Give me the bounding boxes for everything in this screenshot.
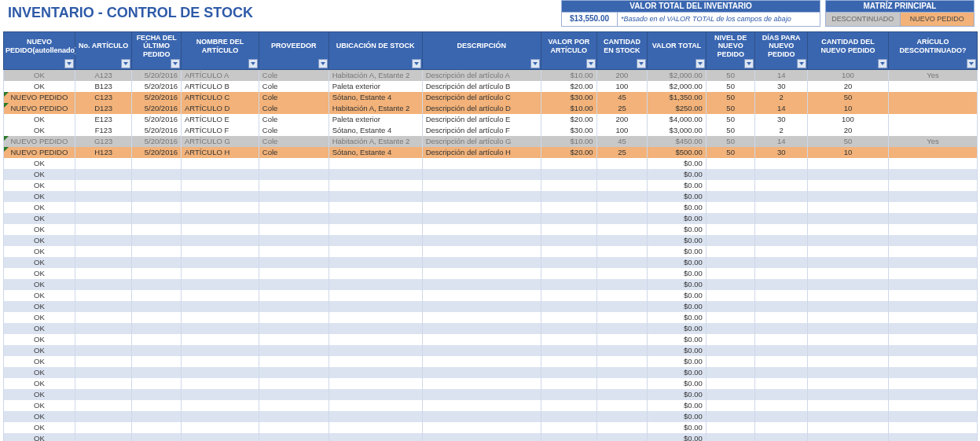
cell-reorder-qty[interactable] [807, 378, 888, 389]
cell-vendor[interactable]: Cole [259, 147, 329, 158]
cell-location[interactable] [329, 433, 422, 441]
cell-date[interactable] [132, 312, 182, 323]
table-row[interactable]: OK$0.00 [4, 312, 978, 323]
cell-location[interactable]: Habitación A, Estante 2 [329, 103, 422, 114]
cell-unit-cost[interactable] [541, 301, 597, 312]
cell-reorder-level[interactable]: 50 [706, 136, 755, 147]
table-row[interactable]: OK$0.00 [4, 191, 978, 202]
cell-reorder-qty[interactable] [807, 169, 888, 180]
cell-total[interactable]: $0.00 [648, 356, 707, 367]
cell-reorder-qty[interactable]: 10 [807, 103, 888, 114]
cell-desc[interactable]: Descripción del artículo D [422, 103, 541, 114]
cell-desc[interactable] [422, 213, 541, 224]
table-row[interactable]: OK$0.00 [4, 279, 978, 290]
cell-reorder-qty[interactable] [807, 180, 888, 191]
cell-name[interactable] [181, 202, 259, 213]
cell-total[interactable]: $1,350.00 [648, 92, 707, 103]
table-row[interactable]: OK$0.00 [4, 180, 978, 191]
cell-days[interactable] [755, 367, 808, 378]
cell-unit-cost[interactable] [541, 389, 597, 400]
cell-name[interactable]: ARTÍCULO F [181, 125, 259, 136]
cell-item-no[interactable]: G123 [75, 136, 132, 147]
cell-vendor[interactable] [259, 180, 329, 191]
cell-item-no[interactable] [75, 312, 132, 323]
cell-discontinued[interactable] [888, 224, 977, 235]
cell-total[interactable]: $0.00 [648, 389, 707, 400]
cell-reorder-level[interactable] [706, 312, 755, 323]
cell-date[interactable] [132, 257, 182, 268]
cell-item-no[interactable] [75, 345, 132, 356]
table-row[interactable]: OKA1235/20/2016ARTÍCULO AColeHabitación … [4, 70, 978, 81]
cell-status[interactable]: OK [4, 334, 75, 345]
cell-total[interactable]: $0.00 [648, 323, 707, 334]
cell-status[interactable]: OK [4, 191, 75, 202]
cell-date[interactable] [132, 279, 182, 290]
cell-qty[interactable]: 100 [596, 125, 648, 136]
cell-reorder-level[interactable] [706, 323, 755, 334]
cell-reorder-level[interactable] [706, 235, 755, 246]
cell-reorder-qty[interactable] [807, 290, 888, 301]
cell-qty[interactable]: 200 [596, 114, 648, 125]
cell-days[interactable] [755, 202, 808, 213]
cell-qty[interactable] [596, 312, 648, 323]
cell-reorder-level[interactable] [706, 290, 755, 301]
cell-location[interactable] [329, 389, 422, 400]
cell-desc[interactable] [422, 367, 541, 378]
table-row[interactable]: OK$0.00 [4, 224, 978, 235]
column-header[interactable]: VALOR POR ARTÍCULO [541, 32, 597, 70]
cell-days[interactable] [755, 345, 808, 356]
cell-name[interactable]: ARTÍCULO A [181, 70, 259, 81]
cell-reorder-level[interactable] [706, 378, 755, 389]
cell-item-no[interactable]: F123 [75, 125, 132, 136]
cell-date[interactable] [132, 180, 182, 191]
cell-location[interactable] [329, 202, 422, 213]
cell-name[interactable] [181, 422, 259, 433]
cell-location[interactable] [329, 257, 422, 268]
cell-reorder-level[interactable] [706, 180, 755, 191]
cell-unit-cost[interactable] [541, 312, 597, 323]
table-row[interactable]: OK$0.00 [4, 411, 978, 422]
cell-status[interactable]: OK [4, 158, 75, 169]
cell-discontinued[interactable] [888, 400, 977, 411]
cell-qty[interactable] [596, 246, 648, 257]
filter-dropdown-icon[interactable] [171, 59, 180, 68]
cell-vendor[interactable]: Cole [259, 70, 329, 81]
cell-reorder-level[interactable] [706, 356, 755, 367]
cell-status[interactable]: OK [4, 312, 75, 323]
cell-total[interactable]: $0.00 [648, 411, 707, 422]
cell-status[interactable]: OK [4, 378, 75, 389]
column-header[interactable]: PROVEEDOR [259, 32, 329, 70]
cell-name[interactable]: ARTÍCULO B [181, 81, 259, 92]
cell-item-no[interactable]: E123 [75, 114, 132, 125]
cell-vendor[interactable]: Cole [259, 81, 329, 92]
cell-name[interactable] [181, 158, 259, 169]
cell-unit-cost[interactable] [541, 224, 597, 235]
cell-date[interactable] [132, 323, 182, 334]
cell-date[interactable]: 5/20/2016 [132, 92, 182, 103]
cell-unit-cost[interactable]: $10.00 [541, 103, 597, 114]
cell-total[interactable]: $0.00 [648, 334, 707, 345]
cell-qty[interactable] [596, 191, 648, 202]
cell-qty[interactable]: 25 [596, 103, 648, 114]
cell-reorder-level[interactable] [706, 279, 755, 290]
cell-status[interactable]: OK [4, 367, 75, 378]
cell-qty[interactable] [596, 356, 648, 367]
cell-item-no[interactable] [75, 301, 132, 312]
cell-item-no[interactable] [75, 433, 132, 441]
table-row[interactable]: OK$0.00 [4, 389, 978, 400]
cell-reorder-level[interactable] [706, 169, 755, 180]
cell-desc[interactable] [422, 268, 541, 279]
cell-date[interactable] [132, 268, 182, 279]
cell-status[interactable]: OK [4, 356, 75, 367]
cell-reorder-qty[interactable]: 50 [807, 136, 888, 147]
cell-total[interactable]: $0.00 [648, 180, 707, 191]
cell-date[interactable] [132, 224, 182, 235]
cell-total[interactable]: $2,000.00 [648, 70, 707, 81]
filter-dropdown-icon[interactable] [967, 59, 976, 68]
cell-reorder-qty[interactable]: 20 [807, 125, 888, 136]
cell-desc[interactable] [422, 389, 541, 400]
cell-name[interactable]: ARTÍCULO H [181, 147, 259, 158]
cell-item-no[interactable] [75, 422, 132, 433]
cell-status[interactable]: NUEVO PEDIDO [4, 103, 75, 114]
cell-discontinued[interactable] [888, 235, 977, 246]
